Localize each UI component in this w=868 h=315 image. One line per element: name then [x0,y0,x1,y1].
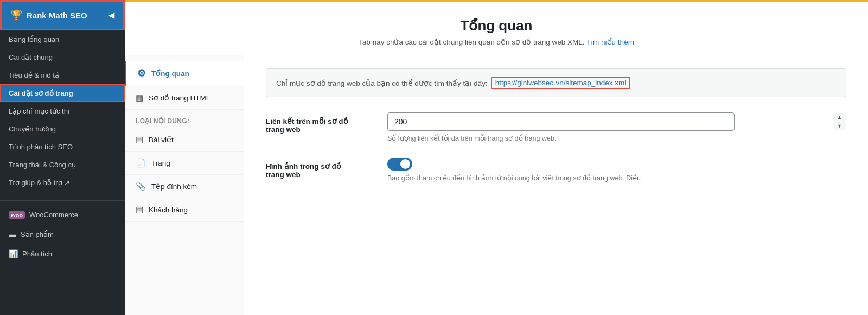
gear-icon: ⚙ [137,67,146,79]
sitemap-index-text: Chỉ mục sơ đồ trang web của bạn có thể đ… [276,79,488,87]
tabs-nav: ⚙ Tổng quan ▦ Sơ đồ trang HTML Loại nội … [125,55,244,315]
sidebar-item-bang-tong-quan[interactable]: Bảng tổng quan [0,30,125,48]
spin-up-button[interactable]: ▲ [833,113,846,122]
images-in-sitemap-row: Hình ảnh trong sơ đồtrang web Bao gồm th… [266,158,846,182]
sidebar-item-label: Bảng tổng quan [9,35,59,43]
phan-tich-label: Phân tích [22,250,52,258]
customer-icon: ▤ [136,205,143,215]
woo-label: WooCommerce [29,211,78,219]
collapse-icon: ◀ [108,11,114,20]
tab-label: Sơ đồ trang HTML [149,93,210,102]
toggle-wrapper [387,158,846,171]
attachment-icon: 📎 [136,181,146,191]
images-toggle[interactable] [387,158,412,171]
pages-icon: 📄 [136,158,146,168]
sidebar-item-tieu-de-mo-ta[interactable]: Tiêu đề & mô tả [0,66,125,84]
tab-bai-viet[interactable]: ▤ Bài viết [125,128,244,152]
sidebar-item-cai-dat-chung[interactable]: Cài đặt chung [0,48,125,66]
analytics-icon: 📊 [9,249,18,258]
links-per-sitemap-control: ▲ ▼ Số lượng liên kết tối đa trên mỗi tr… [387,112,846,142]
sidebar-item-san-pham[interactable]: ▬ Sản phẩm [0,224,125,244]
spin-down-button[interactable]: ▼ [833,122,846,130]
sidebar-item-label: Trình phân tích SEO [9,143,73,151]
right-panel: Chỉ mục sơ đồ trang web của bạn có thể đ… [244,55,868,315]
sidebar-item-label: Cài đặt chung [9,53,53,61]
sidebar-item-trang-thai[interactable]: Trạng thái & Công cụ [0,156,125,174]
sidebar-item-trinh-phan-tich[interactable]: Trình phân tích SEO [0,138,125,156]
spin-buttons: ▲ ▼ [833,113,846,130]
page-header: Tổng quan Tab này chứa các cài đặt chung… [125,2,868,55]
images-toggle-control: Bao gồm tham chiếu đến hình ảnh từ nội d… [387,158,846,182]
learn-more-link[interactable]: Tìm hiểu thêm [586,38,634,46]
sidebar-item-woocommerce[interactable]: woo WooCommerce [0,205,125,224]
tab-tong-quan[interactable]: ⚙ Tổng quan [125,61,244,86]
sidebar-item-label: Cài đặt sơ đồ trang [9,89,73,97]
tab-label: Bài viết [149,135,174,144]
sidebar-item-phan-tich[interactable]: 📊 Phân tích [0,244,125,263]
tab-khach-hang[interactable]: ▤ Khách hàng [125,198,244,222]
sidebar: 🏆 Rank Math SEO ◀ Bảng tổng quan Cài đặt… [0,0,125,315]
sidebar-item-label: Chuyển hướng [9,125,56,133]
tab-label: Trang [151,159,170,167]
sidebar-item-label: Lập chỉ mục tức thì [9,107,70,115]
tab-label: Tệp đính kèm [151,182,197,191]
tab-so-do-trang-html[interactable]: ▦ Sơ đồ trang HTML [125,86,244,110]
toggle-knob [400,159,410,169]
links-per-sitemap-row: Liên kết trên mỗi sơ đồtrang web ▲ ▼ Số … [266,112,846,142]
rank-math-menu-item[interactable]: 🏆 Rank Math SEO ◀ [0,0,125,30]
main-content: Tổng quan Tab này chứa các cài đặt chung… [125,0,868,315]
woo-icon: woo [9,211,25,219]
page-area: Tổng quan Tab này chứa các cài đặt chung… [125,2,868,315]
sidebar-item-label: Trạng thái & Công cụ [9,161,76,169]
content-layout: ⚙ Tổng quan ▦ Sơ đồ trang HTML Loại nội … [125,55,868,315]
images-in-sitemap-label: Hình ảnh trong sơ đồtrang web [266,158,374,179]
html-sitemap-icon: ▦ [136,93,143,103]
posts-icon: ▤ [136,135,143,144]
rank-math-label: Rank Math SEO [27,11,87,20]
sidebar-item-label: Trợ giúp & hỗ trợ ↗ [9,179,70,187]
sidebar-item-chuyen-huong[interactable]: Chuyển hướng [0,120,125,138]
rank-math-icon: 🏆 [10,9,22,21]
links-per-sitemap-input[interactable] [387,112,735,131]
content-types-label: Loại nội dung: [125,110,244,128]
page-subtitle: Tab này chứa các cài đặt chung liên quan… [146,37,846,46]
images-help-text: Bao gồm tham chiếu đến hình ảnh từ nội d… [387,174,846,182]
sidebar-item-label: Tiêu đề & mô tả [9,71,59,79]
tab-tep-dinh-kem[interactable]: 📎 Tệp đính kèm [125,175,244,198]
tab-trang[interactable]: 📄 Trang [125,152,244,175]
links-per-sitemap-label: Liên kết trên mỗi sơ đồtrang web [266,112,374,134]
san-pham-label: Sản phẩm [21,230,54,238]
product-icon: ▬ [9,230,16,238]
sitemap-url-box: Chỉ mục sơ đồ trang web của bạn có thể đ… [266,68,846,97]
sitemap-url-link[interactable]: https://giniwebseo.vn/sitemap_index.xml [491,77,631,89]
tab-label: Tổng quan [151,69,189,78]
sidebar-item-lap-chi-muc[interactable]: Lập chỉ mục tức thì [0,102,125,120]
links-input-wrapper: ▲ ▼ [387,112,846,131]
sidebar-item-tro-giup[interactable]: Trợ giúp & hỗ trợ ↗ [0,174,125,192]
tab-label: Khách hàng [149,206,188,214]
links-help-text: Số lượng liên kết tối đa trên mỗi trang … [387,134,846,142]
page-title: Tổng quan [146,17,846,34]
sidebar-item-cai-dat-so-do-trang[interactable]: Cài đặt sơ đồ trang [0,84,125,102]
